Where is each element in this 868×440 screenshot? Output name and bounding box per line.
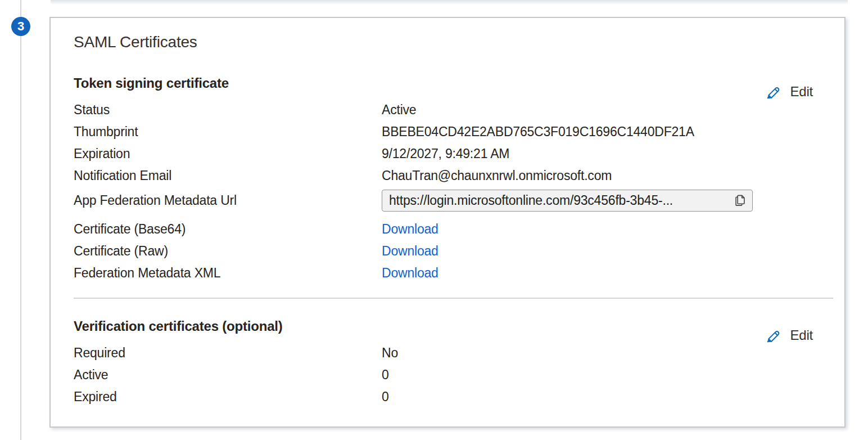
- status-value: Active: [382, 102, 416, 118]
- expiration-row: Expiration 9/12/2027, 9:49:21 AM: [74, 146, 831, 168]
- expired-count-value: 0: [382, 389, 389, 405]
- row-label: Expired: [74, 389, 382, 405]
- row-label: Notification Email: [74, 168, 382, 184]
- step-number-badge: 3: [11, 17, 30, 36]
- step-number: 3: [17, 19, 24, 34]
- required-row: Required No: [74, 345, 831, 367]
- edit-verification-certificates-button[interactable]: Edit: [763, 326, 813, 344]
- federation-metadata-xml-row: Federation Metadata XML Download: [74, 265, 831, 287]
- certificate-base64-row: Certificate (Base64) Download: [74, 221, 831, 243]
- row-label: Thumbprint: [74, 124, 382, 140]
- notification-email-value: ChauTran@chaunxnrwl.onmicrosoft.com: [382, 168, 612, 184]
- certificate-raw-row: Certificate (Raw) Download: [74, 243, 831, 265]
- row-label: Active: [74, 367, 382, 383]
- required-value: No: [382, 345, 398, 361]
- download-federation-metadata-xml-link[interactable]: Download: [382, 265, 438, 281]
- verification-certificates-heading: Verification certificates (optional): [74, 318, 283, 334]
- row-label: App Federation Metadata Url: [74, 190, 382, 212]
- edit-button-label: Edit: [790, 327, 813, 343]
- active-count-row: Active 0: [74, 367, 831, 389]
- download-certificate-base64-link[interactable]: Download: [382, 221, 438, 237]
- row-label: Certificate (Raw): [74, 243, 382, 259]
- previous-card-bottom-edge: [51, 0, 848, 5]
- edit-button-label: Edit: [790, 84, 813, 100]
- pencil-icon: [763, 83, 781, 101]
- section-divider: [74, 298, 833, 299]
- row-label: Certificate (Base64): [74, 221, 382, 237]
- pencil-icon: [763, 326, 781, 344]
- step-connector-line: [20, 0, 21, 440]
- copy-icon: [733, 193, 748, 208]
- saml-certificates-card: SAML Certificates Token signing certific…: [49, 17, 846, 428]
- expired-count-row: Expired 0: [74, 389, 831, 411]
- notification-email-row: Notification Email ChauTran@chaunxnrwl.o…: [74, 168, 831, 190]
- token-certificate-details: Status Active Thumbprint BBEBE04CD42E2AB…: [74, 102, 831, 287]
- token-signing-certificate-heading: Token signing certificate: [74, 75, 229, 91]
- copy-url-button[interactable]: [733, 193, 748, 208]
- edit-token-signing-certificate-button[interactable]: Edit: [763, 83, 813, 101]
- verification-certificate-details: Required No Active 0 Expired 0: [74, 345, 831, 411]
- app-federation-metadata-url-row: App Federation Metadata Url https://logi…: [74, 190, 831, 221]
- row-label: Federation Metadata XML: [74, 265, 382, 281]
- app-federation-metadata-url-field[interactable]: https://login.microsoftonline.com/93c456…: [382, 190, 753, 212]
- thumbprint-row: Thumbprint BBEBE04CD42E2ABD765C3F019C169…: [74, 124, 831, 146]
- metadata-url-value: https://login.microsoftonline.com/93c456…: [389, 193, 729, 208]
- download-certificate-raw-link[interactable]: Download: [382, 243, 438, 259]
- card-title: SAML Certificates: [74, 33, 197, 51]
- row-label: Expiration: [74, 146, 382, 162]
- expiration-value: 9/12/2027, 9:49:21 AM: [382, 146, 509, 162]
- row-label: Status: [74, 102, 382, 118]
- active-count-value: 0: [382, 367, 389, 383]
- thumbprint-value: BBEBE04CD42E2ABD765C3F019C1696C1440DF21A: [382, 124, 694, 140]
- status-row: Status Active: [74, 102, 831, 124]
- row-label: Required: [74, 345, 382, 361]
